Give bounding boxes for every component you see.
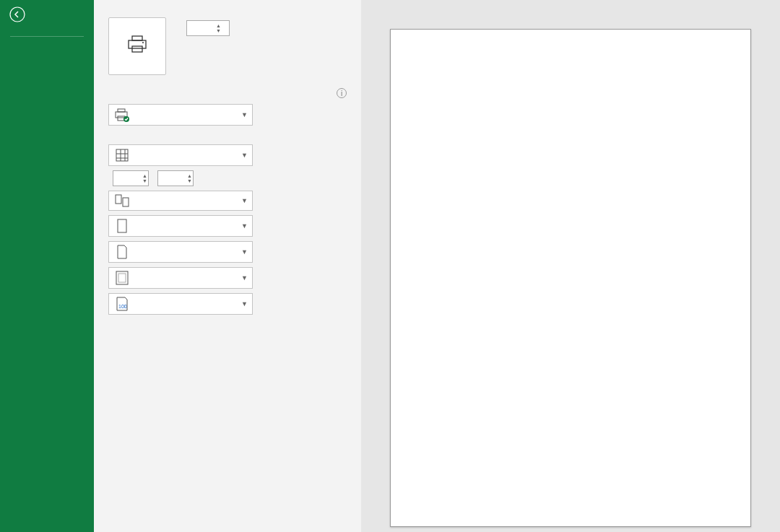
svg-rect-15: [123, 198, 129, 206]
copies-spinner[interactable]: ▲▼: [186, 20, 230, 36]
back-button[interactable]: [3, 0, 32, 29]
scaling-dropdown[interactable]: 100 ▼: [108, 293, 253, 315]
copies-input[interactable]: [187, 23, 216, 33]
svg-rect-16: [118, 219, 126, 232]
print-button[interactable]: [108, 17, 166, 75]
collate-dropdown[interactable]: ▼: [108, 191, 253, 211]
sidebar-separator: [10, 36, 84, 37]
svg-rect-18: [118, 274, 126, 282]
svg-rect-3: [132, 46, 142, 52]
svg-rect-9: [116, 149, 128, 161]
svg-point-0: [10, 7, 25, 22]
scale-icon: 100: [113, 297, 131, 311]
page-to-spinner[interactable]: ▲▼: [157, 170, 194, 186]
info-icon[interactable]: i: [337, 88, 347, 98]
sheet-icon: [113, 148, 131, 162]
page-title: [108, 0, 347, 17]
printer-dropdown[interactable]: ▼: [108, 104, 253, 126]
svg-rect-14: [116, 195, 121, 204]
printer-icon: [126, 34, 149, 54]
portrait-icon: [113, 219, 131, 233]
svg-text:100: 100: [118, 304, 127, 309]
svg-rect-1: [129, 40, 146, 48]
printer-status-icon: [113, 108, 131, 122]
orientation-dropdown[interactable]: ▼: [108, 215, 253, 237]
margins-icon: [113, 271, 131, 285]
svg-point-4: [142, 42, 144, 43]
backstage-sidebar: [0, 0, 94, 532]
print-preview-area: [361, 0, 780, 532]
chevron-down-icon: ▼: [241, 111, 248, 118]
print-panel: ▲▼ i ▼ ▼: [94, 0, 361, 532]
page-from-spinner[interactable]: ▲▼: [113, 170, 149, 186]
svg-rect-6: [118, 109, 125, 112]
preview-page: [390, 29, 751, 527]
paper-size-dropdown[interactable]: ▼: [108, 241, 253, 263]
margins-dropdown[interactable]: ▼: [108, 267, 253, 289]
page-icon: [113, 245, 131, 259]
collate-icon: [113, 194, 131, 207]
print-what-dropdown[interactable]: ▼: [108, 144, 253, 166]
svg-rect-2: [132, 36, 142, 40]
